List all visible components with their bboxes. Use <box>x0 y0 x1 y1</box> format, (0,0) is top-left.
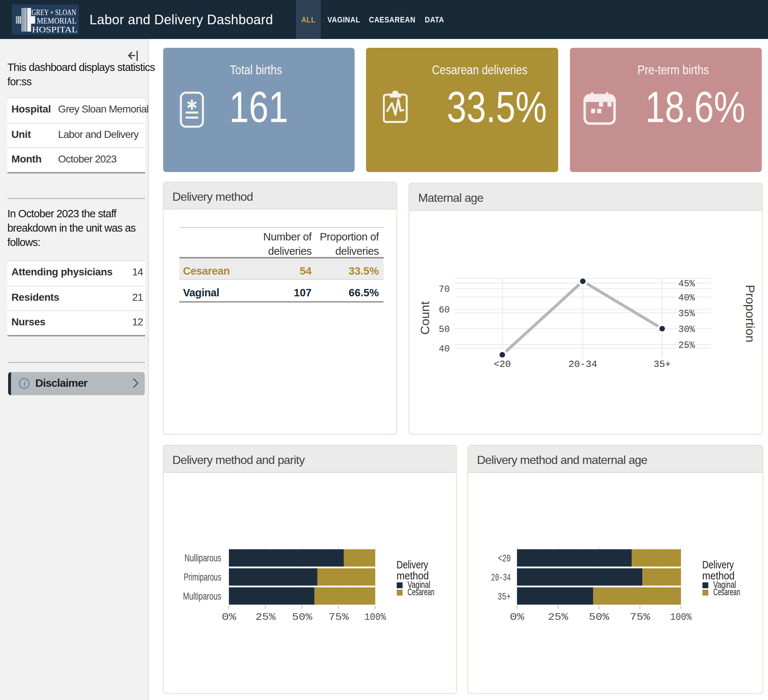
svg-text:75%: 75% <box>630 611 650 623</box>
svg-text:60: 60 <box>439 305 450 316</box>
svg-text:0%: 0% <box>222 611 236 623</box>
svg-text:Delivery: Delivery <box>702 559 734 570</box>
svg-text:40: 40 <box>439 344 450 354</box>
svg-text:40%: 40% <box>678 293 695 303</box>
svg-text:Primiparous: Primiparous <box>184 571 221 583</box>
svg-text:20-34: 20-34 <box>491 572 511 583</box>
svg-text:35%: 35% <box>678 308 695 319</box>
svg-text:50%: 50% <box>292 611 312 623</box>
svg-text:25%: 25% <box>548 611 568 623</box>
svg-text:35+: 35+ <box>654 359 671 370</box>
svg-text:<20: <20 <box>498 553 511 564</box>
svg-text:100%: 100% <box>670 611 692 623</box>
svg-text:0%: 0% <box>510 611 524 623</box>
svg-text:Proportion: Proportion <box>743 285 757 343</box>
svg-text:20-34: 20-34 <box>568 359 597 370</box>
svg-text:35+: 35+ <box>498 591 511 602</box>
svg-text:50%: 50% <box>589 611 609 623</box>
svg-text:Count: Count <box>418 301 432 335</box>
svg-text:100%: 100% <box>365 611 386 623</box>
svg-text:Cesarean: Cesarean <box>713 586 740 597</box>
svg-text:Multiparous: Multiparous <box>183 590 221 602</box>
svg-text:45%: 45% <box>678 279 695 289</box>
svg-text:25%: 25% <box>255 611 275 623</box>
svg-text:Delivery: Delivery <box>397 559 428 570</box>
svg-text:30%: 30% <box>678 324 695 335</box>
svg-text:<20: <20 <box>494 359 511 370</box>
svg-text:Nulliparous: Nulliparous <box>184 552 221 564</box>
svg-text:70: 70 <box>439 284 450 295</box>
svg-text:GREY + SLOAN: GREY + SLOAN <box>32 7 76 17</box>
svg-text:MEMORIAL: MEMORIAL <box>37 16 77 26</box>
svg-text:Cesarean: Cesarean <box>408 586 434 597</box>
svg-text:50: 50 <box>439 324 450 335</box>
svg-text:25%: 25% <box>678 340 695 351</box>
svg-text:75%: 75% <box>328 611 349 623</box>
svg-text:i: i <box>24 379 26 388</box>
svg-text:HOSPITAL: HOSPITAL <box>32 25 78 34</box>
